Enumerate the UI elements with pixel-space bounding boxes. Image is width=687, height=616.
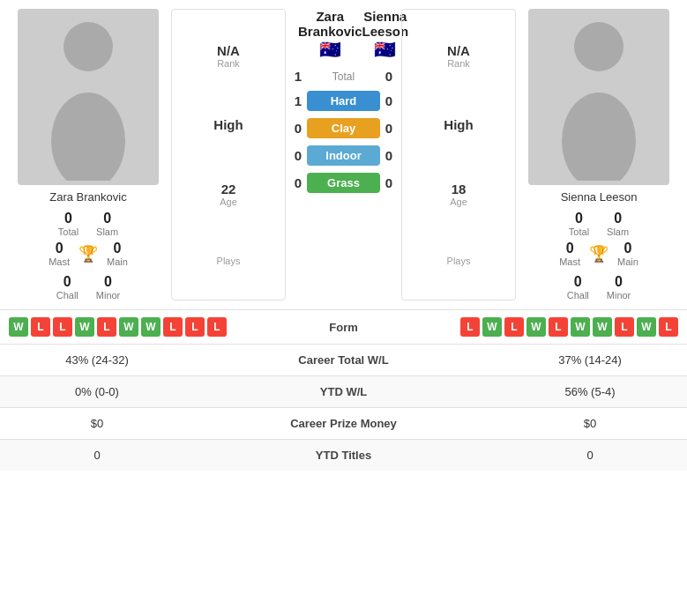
- left-chall-label: Chall: [56, 290, 78, 301]
- left-trophy-icon: 🏆: [78, 244, 98, 263]
- left-minor-label: Minor: [96, 290, 121, 301]
- stats-right-val: 56% (5-4): [493, 376, 687, 408]
- left-detail-box: N/A Rank High 22 Age Plays: [171, 9, 286, 301]
- left-player-card: Zara Brankovic 0 Total 0 Slam 0 Mast 🏆: [9, 9, 168, 301]
- left-confidence-item: High: [213, 117, 243, 132]
- left-chall-cell: 0 Chall: [56, 274, 78, 301]
- left-age-label: Age: [220, 197, 237, 207]
- left-grass-score: 0: [289, 175, 307, 190]
- center-scores: 1 Total 0 1 Hard 0 0 Clay 0 0: [289, 67, 398, 195]
- right-total-value: 0: [569, 211, 589, 226]
- left-mast-value: 0: [49, 241, 70, 256]
- left-form-badge: L: [97, 317, 116, 337]
- left-plays-item: Plays: [217, 256, 241, 266]
- left-slam-label: Slam: [96, 226, 118, 237]
- center-left-name-line1: Zara: [298, 9, 362, 24]
- right-hard-score: 0: [380, 93, 398, 108]
- left-minor-value: 0: [96, 274, 121, 290]
- left-player-stats-top: 0 Total 0 Slam: [58, 211, 118, 237]
- hard-score-row: 1 Hard 0: [289, 89, 398, 113]
- center-left-name-line2: Brankovic: [298, 24, 362, 39]
- stats-center-label: YTD W/L: [194, 376, 493, 408]
- left-mast-label: Mast: [49, 256, 70, 267]
- stats-row: $0Career Prize Money$0: [0, 408, 687, 440]
- right-mast-cell: 0 Mast: [559, 241, 580, 267]
- stats-row: 43% (24-32)Career Total W/L37% (14-24): [0, 345, 687, 376]
- left-form-badge: L: [207, 317, 227, 337]
- left-indoor-score: 0: [289, 148, 307, 163]
- right-chall-value: 0: [567, 274, 589, 290]
- svg-point-2: [574, 22, 624, 71]
- left-minor-cell: 0 Minor: [96, 274, 121, 301]
- right-form-badge: W: [526, 317, 546, 337]
- total-label: Total: [307, 71, 380, 83]
- right-player-name: Sienna Leeson: [561, 190, 638, 204]
- left-rank-item: N/A Rank: [217, 43, 240, 69]
- right-form-badge: L: [615, 317, 634, 337]
- stats-left-val: 0% (0-0): [0, 376, 194, 408]
- stats-center-label: Career Prize Money: [194, 408, 493, 440]
- right-age-value: 18: [450, 182, 467, 197]
- grass-score-row: 0 Grass 0: [289, 171, 398, 195]
- stats-center-label: YTD Titles: [194, 440, 493, 471]
- right-mast-value: 0: [559, 241, 580, 256]
- left-main-cell: 0 Main: [107, 241, 128, 267]
- left-form-badge: W: [119, 317, 138, 337]
- stats-left-val: 0: [0, 440, 194, 471]
- clay-badge: Clay: [307, 118, 380, 138]
- right-trophy-row: 0 Mast 🏆 0 Main: [559, 241, 638, 267]
- right-rank-item: N/A Rank: [447, 43, 470, 69]
- left-player-name: Zara Brankovic: [49, 190, 126, 204]
- left-bottom-stats: 0 Chall 0 Minor: [56, 274, 121, 301]
- right-age-label: Age: [450, 197, 467, 207]
- left-main-label: Main: [107, 256, 128, 267]
- right-trophy-icon: 🏆: [589, 244, 609, 263]
- stats-right-val: 37% (14-24): [493, 345, 687, 376]
- left-clay-score: 0: [289, 121, 307, 136]
- right-total-score: 0: [380, 69, 398, 84]
- left-total-value: 0: [58, 211, 78, 226]
- stats-right-val: $0: [493, 408, 687, 440]
- right-main-value: 0: [617, 241, 638, 256]
- right-detail-box: N/A Rank High 18 Age Plays: [401, 9, 516, 301]
- right-clay-score: 0: [380, 121, 398, 136]
- right-confidence-value: High: [444, 117, 473, 132]
- left-slam-value: 0: [96, 211, 118, 226]
- left-age-value: 22: [220, 182, 237, 197]
- right-bottom-stats: 0 Chall 0 Minor: [567, 274, 631, 301]
- right-mast-label: Mast: [559, 256, 580, 267]
- right-form-badge: L: [460, 317, 480, 337]
- right-form-badges: LWLWLWWLWL: [392, 317, 679, 337]
- left-mast-cell: 0 Mast: [49, 241, 70, 267]
- right-slam-cell: 0 Slam: [607, 211, 629, 237]
- right-rank-value: N/A: [447, 43, 470, 58]
- left-flag-icon: 🇦🇺: [298, 39, 362, 60]
- right-main-cell: 0 Main: [617, 241, 638, 267]
- left-rank-value: N/A: [217, 43, 240, 58]
- right-form-badge: L: [659, 317, 678, 337]
- indoor-badge: Indoor: [307, 145, 380, 166]
- right-minor-value: 0: [607, 274, 631, 290]
- clay-score-row: 0 Clay 0: [289, 116, 398, 140]
- right-form-badge: W: [637, 317, 656, 337]
- right-chall-cell: 0 Chall: [567, 274, 589, 301]
- right-minor-cell: 0 Minor: [607, 274, 631, 301]
- right-age-item: 18 Age: [450, 182, 467, 207]
- left-form-badge: L: [53, 317, 72, 337]
- svg-point-1: [51, 93, 125, 181]
- right-form-badge: W: [482, 317, 502, 337]
- stats-left-val: $0: [0, 408, 194, 440]
- right-form-badge: W: [571, 317, 590, 337]
- stats-table: 43% (24-32)Career Total W/L37% (14-24)0%…: [0, 344, 687, 471]
- left-rank-label: Rank: [217, 58, 240, 69]
- form-label: Form: [300, 321, 388, 334]
- right-slam-label: Slam: [607, 226, 629, 237]
- left-main-value: 0: [107, 241, 128, 256]
- stats-right-val: 0: [493, 440, 687, 471]
- center-column: Zara Brankovic 🇦🇺 Sienna Leeson 🇦🇺 1 Tot…: [289, 9, 398, 301]
- left-total-score: 1: [289, 69, 307, 84]
- player-comparison: Zara Brankovic 0 Total 0 Slam 0 Mast 🏆: [0, 0, 687, 309]
- right-player-card: Sienna Leeson 0 Total 0 Slam 0 Mast 🏆: [519, 9, 678, 301]
- form-section: WLLWLWWLLL Form LWLWLWWLWL: [0, 309, 687, 344]
- left-form-badge: W: [9, 317, 28, 337]
